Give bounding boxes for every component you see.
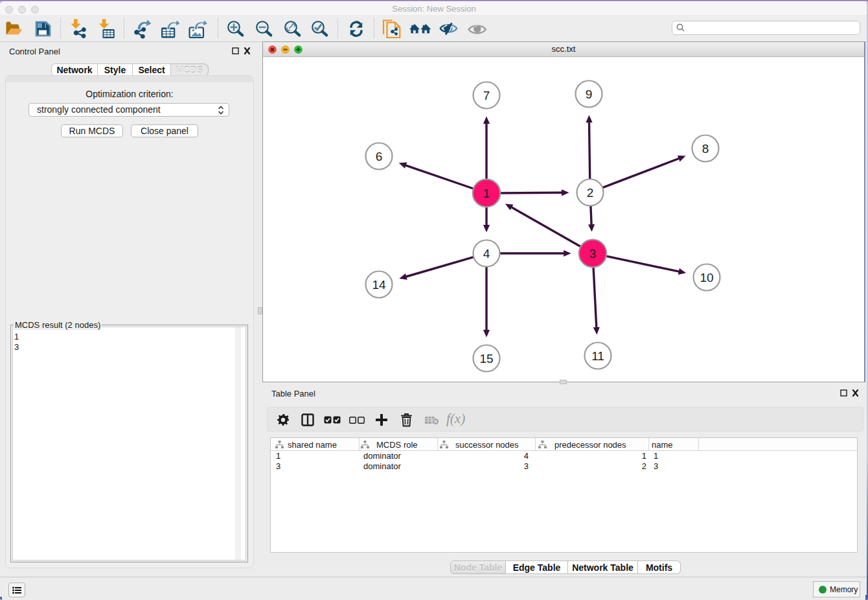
svg-text:3: 3 [589,247,597,260]
svg-text:2: 2 [587,186,594,200]
svg-text:6: 6 [376,150,383,163]
svg-text:7: 7 [483,89,490,102]
svg-text:10: 10 [700,271,713,284]
svg-text:11: 11 [591,349,604,363]
svg-text:8: 8 [702,142,709,156]
svg-text:15: 15 [479,352,493,365]
svg-text:9: 9 [586,87,593,101]
svg-text:1: 1 [483,187,490,200]
svg-text:14: 14 [372,278,386,292]
svg-text:4: 4 [483,247,490,260]
